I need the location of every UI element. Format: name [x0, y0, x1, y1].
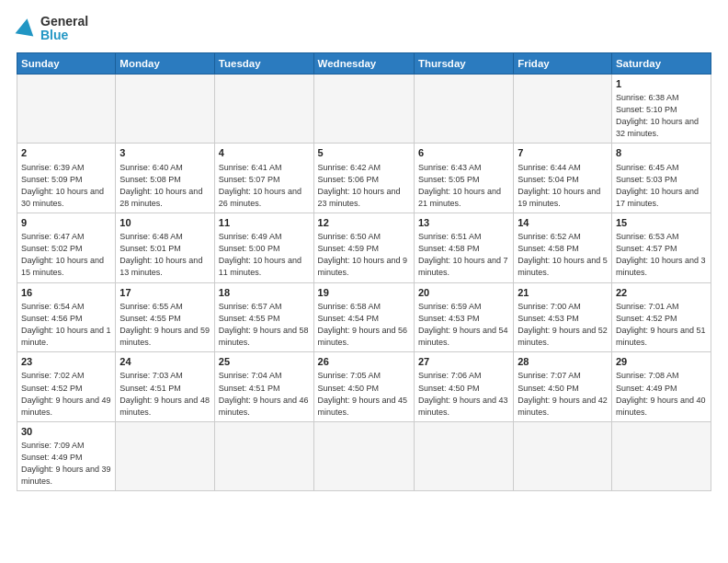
calendar-day-cell	[17, 74, 116, 144]
day-info: Sunrise: 7:05 AM Sunset: 4:50 PM Dayligh…	[318, 370, 410, 418]
day-number: 5	[318, 146, 410, 160]
day-info: Sunrise: 7:00 AM Sunset: 4:53 PM Dayligh…	[518, 301, 608, 349]
day-number: 27	[418, 355, 509, 369]
calendar-day-cell: 7Sunrise: 6:44 AM Sunset: 5:04 PM Daylig…	[514, 144, 612, 213]
day-number: 29	[616, 355, 707, 369]
day-number: 9	[21, 216, 111, 230]
day-info: Sunrise: 6:51 AM Sunset: 4:58 PM Dayligh…	[418, 231, 509, 279]
day-info: Sunrise: 6:57 AM Sunset: 4:55 PM Dayligh…	[219, 301, 310, 349]
day-info: Sunrise: 6:49 AM Sunset: 5:00 PM Dayligh…	[219, 231, 310, 279]
calendar-day-cell: 5Sunrise: 6:42 AM Sunset: 5:06 PM Daylig…	[313, 144, 414, 213]
calendar-day-cell: 26Sunrise: 7:05 AM Sunset: 4:50 PM Dayli…	[313, 352, 414, 422]
day-number: 25	[219, 355, 310, 369]
calendar-day-cell	[414, 421, 513, 491]
day-info: Sunrise: 6:38 AM Sunset: 5:10 PM Dayligh…	[616, 92, 707, 140]
day-number: 22	[616, 286, 707, 300]
day-info: Sunrise: 6:45 AM Sunset: 5:03 PM Dayligh…	[616, 162, 707, 210]
day-number: 28	[518, 355, 608, 369]
calendar-day-cell: 25Sunrise: 7:04 AM Sunset: 4:51 PM Dayli…	[214, 352, 313, 422]
calendar-day-cell: 13Sunrise: 6:51 AM Sunset: 4:58 PM Dayli…	[414, 213, 513, 282]
calendar-day-cell: 1Sunrise: 6:38 AM Sunset: 5:10 PM Daylig…	[611, 74, 711, 144]
day-info: Sunrise: 7:06 AM Sunset: 4:50 PM Dayligh…	[418, 370, 509, 418]
day-info: Sunrise: 7:09 AM Sunset: 4:49 PM Dayligh…	[21, 440, 111, 488]
calendar-day-cell: 22Sunrise: 7:01 AM Sunset: 4:52 PM Dayli…	[611, 282, 711, 352]
day-number: 24	[119, 355, 210, 369]
day-number: 18	[219, 286, 310, 300]
day-info: Sunrise: 6:54 AM Sunset: 4:56 PM Dayligh…	[21, 301, 111, 349]
day-info: Sunrise: 6:43 AM Sunset: 5:05 PM Dayligh…	[418, 162, 509, 210]
day-info: Sunrise: 6:52 AM Sunset: 4:58 PM Dayligh…	[518, 231, 608, 279]
calendar-day-cell: 3Sunrise: 6:40 AM Sunset: 5:08 PM Daylig…	[116, 144, 215, 213]
day-number: 12	[318, 216, 410, 230]
calendar-day-cell: 17Sunrise: 6:55 AM Sunset: 4:55 PM Dayli…	[116, 282, 215, 352]
calendar-day-cell	[214, 421, 313, 491]
day-number: 19	[318, 286, 410, 300]
day-number: 14	[518, 216, 608, 230]
day-of-week-header: Monday	[116, 52, 215, 74]
calendar-day-cell: 24Sunrise: 7:03 AM Sunset: 4:51 PM Dayli…	[116, 352, 215, 422]
calendar-day-cell: 27Sunrise: 7:06 AM Sunset: 4:50 PM Dayli…	[414, 352, 513, 422]
calendar-day-cell: 9Sunrise: 6:47 AM Sunset: 5:02 PM Daylig…	[17, 213, 116, 282]
day-info: Sunrise: 6:48 AM Sunset: 5:01 PM Dayligh…	[119, 231, 210, 279]
day-number: 13	[418, 216, 509, 230]
day-info: Sunrise: 6:50 AM Sunset: 4:59 PM Dayligh…	[318, 231, 410, 279]
calendar-day-cell: 29Sunrise: 7:08 AM Sunset: 4:49 PM Dayli…	[611, 352, 711, 422]
calendar-day-cell: 2Sunrise: 6:39 AM Sunset: 5:09 PM Daylig…	[17, 144, 116, 213]
day-number: 2	[21, 146, 111, 160]
calendar-day-cell	[116, 74, 215, 144]
day-number: 1	[616, 77, 707, 91]
day-number: 3	[119, 146, 210, 160]
calendar-day-cell	[116, 421, 215, 491]
day-info: Sunrise: 6:47 AM Sunset: 5:02 PM Dayligh…	[21, 231, 111, 279]
calendar-day-cell	[514, 421, 612, 491]
day-info: Sunrise: 6:58 AM Sunset: 4:54 PM Dayligh…	[318, 301, 410, 349]
day-of-week-header: Thursday	[414, 52, 513, 74]
logo: General Blue	[17, 15, 88, 43]
calendar-table: SundayMondayTuesdayWednesdayThursdayFrid…	[17, 52, 711, 491]
calendar-day-cell: 21Sunrise: 7:00 AM Sunset: 4:53 PM Dayli…	[514, 282, 612, 352]
day-info: Sunrise: 7:02 AM Sunset: 4:52 PM Dayligh…	[21, 370, 111, 418]
calendar-day-cell: 11Sunrise: 6:49 AM Sunset: 5:00 PM Dayli…	[214, 213, 313, 282]
day-info: Sunrise: 7:01 AM Sunset: 4:52 PM Dayligh…	[616, 301, 707, 349]
day-number: 6	[418, 146, 509, 160]
page-header: General Blue	[17, 15, 711, 43]
day-info: Sunrise: 6:40 AM Sunset: 5:08 PM Dayligh…	[119, 162, 210, 210]
day-number: 10	[119, 216, 210, 230]
calendar-day-cell	[313, 74, 414, 144]
day-number: 20	[418, 286, 509, 300]
calendar-day-cell: 10Sunrise: 6:48 AM Sunset: 5:01 PM Dayli…	[116, 213, 215, 282]
calendar-day-cell: 14Sunrise: 6:52 AM Sunset: 4:58 PM Dayli…	[514, 213, 612, 282]
calendar-day-cell: 16Sunrise: 6:54 AM Sunset: 4:56 PM Dayli…	[17, 282, 116, 352]
calendar-day-cell: 15Sunrise: 6:53 AM Sunset: 4:57 PM Dayli…	[611, 213, 711, 282]
day-info: Sunrise: 7:03 AM Sunset: 4:51 PM Dayligh…	[119, 370, 210, 418]
day-info: Sunrise: 6:59 AM Sunset: 4:53 PM Dayligh…	[418, 301, 509, 349]
logo-container: General Blue	[17, 15, 88, 43]
calendar-header-row: SundayMondayTuesdayWednesdayThursdayFrid…	[17, 52, 711, 74]
day-number: 11	[219, 216, 310, 230]
calendar-day-cell: 8Sunrise: 6:45 AM Sunset: 5:03 PM Daylig…	[611, 144, 711, 213]
calendar-day-cell: 12Sunrise: 6:50 AM Sunset: 4:59 PM Dayli…	[313, 213, 414, 282]
day-number: 16	[21, 286, 111, 300]
day-number: 30	[21, 425, 111, 439]
day-info: Sunrise: 6:44 AM Sunset: 5:04 PM Dayligh…	[518, 162, 608, 210]
day-info: Sunrise: 6:53 AM Sunset: 4:57 PM Dayligh…	[616, 231, 707, 279]
calendar-day-cell: 6Sunrise: 6:43 AM Sunset: 5:05 PM Daylig…	[414, 144, 513, 213]
day-of-week-header: Friday	[514, 52, 612, 74]
day-number: 8	[616, 146, 707, 160]
day-number: 7	[518, 146, 608, 160]
day-info: Sunrise: 7:04 AM Sunset: 4:51 PM Dayligh…	[219, 370, 310, 418]
day-info: Sunrise: 7:07 AM Sunset: 4:50 PM Dayligh…	[518, 370, 608, 418]
logo-general: General	[40, 15, 88, 29]
calendar-day-cell	[313, 421, 414, 491]
day-number: 15	[616, 216, 707, 230]
calendar-day-cell: 20Sunrise: 6:59 AM Sunset: 4:53 PM Dayli…	[414, 282, 513, 352]
calendar-day-cell	[514, 74, 612, 144]
calendar-day-cell: 18Sunrise: 6:57 AM Sunset: 4:55 PM Dayli…	[214, 282, 313, 352]
calendar-day-cell: 19Sunrise: 6:58 AM Sunset: 4:54 PM Dayli…	[313, 282, 414, 352]
day-of-week-header: Sunday	[17, 52, 116, 74]
logo-blue: Blue	[40, 29, 88, 42]
day-number: 17	[119, 286, 210, 300]
calendar-day-cell: 28Sunrise: 7:07 AM Sunset: 4:50 PM Dayli…	[514, 352, 612, 422]
day-info: Sunrise: 7:08 AM Sunset: 4:49 PM Dayligh…	[616, 370, 707, 418]
day-info: Sunrise: 6:41 AM Sunset: 5:07 PM Dayligh…	[219, 162, 310, 210]
